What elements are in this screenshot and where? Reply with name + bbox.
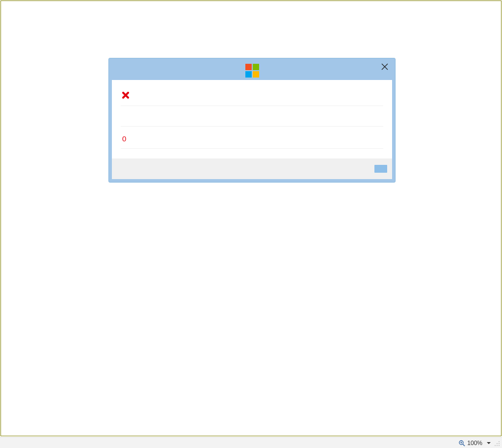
dialog-body: 0 [112, 80, 392, 158]
viewport: 0 [0, 0, 502, 436]
svg-line-1 [463, 444, 465, 446]
svg-point-7 [495, 445, 496, 446]
close-icon [381, 63, 389, 73]
status-bar: 100% [0, 437, 502, 448]
ok-button[interactable] [374, 165, 387, 173]
value-row: 0 [121, 131, 383, 149]
zoom-label: 100% [467, 440, 482, 447]
magnifier-icon [458, 440, 465, 447]
title-bar[interactable] [112, 61, 392, 80]
dialog-footer [112, 158, 392, 179]
zoom-control[interactable]: 100% [458, 440, 491, 447]
svg-point-9 [499, 445, 500, 446]
empty-row [121, 110, 383, 127]
value-text: 0 [122, 134, 126, 143]
svg-point-4 [499, 441, 500, 442]
status-row [121, 87, 383, 106]
resize-grip-icon[interactable] [493, 440, 500, 447]
error-x-icon [122, 92, 129, 99]
svg-point-6 [499, 443, 500, 444]
windows-logo-icon [245, 64, 259, 78]
dialog-window: 0 [108, 58, 396, 183]
close-button[interactable] [378, 61, 391, 74]
chevron-down-icon[interactable] [486, 441, 491, 446]
svg-point-5 [497, 443, 498, 444]
svg-point-8 [497, 445, 498, 446]
